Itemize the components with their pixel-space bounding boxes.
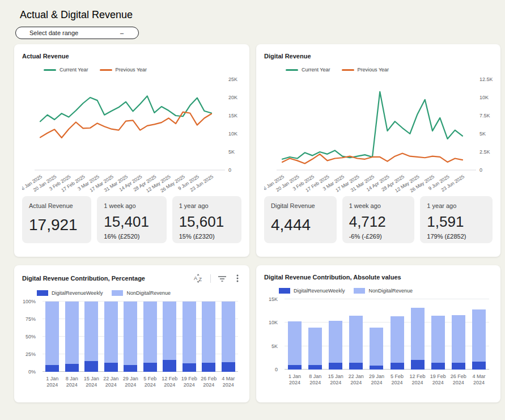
x-axis-label: 29 Jan 2024 — [121, 373, 141, 396]
y-axis-label: 12.5K — [479, 77, 493, 82]
bar-segment-NonDigitalRevenue[interactable] — [45, 302, 59, 365]
bar[interactable] — [469, 299, 489, 370]
bar-segment-NonDigitalRevenue[interactable] — [431, 316, 445, 363]
legend-item-nondigital: NonDigitalRevenue — [112, 290, 171, 296]
bar-segment-DigitalRevenueWeekly[interactable] — [472, 362, 486, 370]
bar-segment-DigitalRevenueWeekly[interactable] — [370, 366, 383, 370]
bar[interactable] — [180, 302, 200, 372]
abs-contribution-chart[interactable]: 05K10K15K1 Jan 20248 Jan 202415 Jan 2024… — [264, 298, 493, 393]
stat-value: 4,444 — [271, 216, 330, 234]
filter-icon[interactable] — [218, 274, 227, 282]
previous-year-swatch — [100, 69, 112, 71]
bar-segment-NonDigitalRevenue[interactable] — [391, 316, 404, 363]
bar[interactable] — [160, 302, 180, 372]
bar-segment-DigitalRevenueWeekly[interactable] — [349, 363, 363, 370]
bar-segment-DigitalRevenueWeekly[interactable] — [84, 361, 98, 372]
pct-contribution-chart[interactable]: 0%25%50%75%100%1 Jan 20248 Jan 202415 Ja… — [22, 300, 241, 396]
bar[interactable] — [366, 299, 387, 370]
bar[interactable] — [448, 299, 469, 370]
bar[interactable] — [82, 302, 101, 372]
page-title: Actual & Digital Revenue — [20, 9, 133, 21]
bar[interactable] — [346, 299, 366, 370]
bar-segment-DigitalRevenueWeekly[interactable] — [288, 365, 302, 370]
y-axis-label: 100% — [23, 299, 36, 304]
bar-segment-NonDigitalRevenue[interactable] — [370, 328, 383, 365]
bar-segment-NonDigitalRevenue[interactable] — [329, 321, 342, 363]
bar-segment-DigitalRevenueWeekly[interactable] — [143, 363, 157, 372]
bar-segment-NonDigitalRevenue[interactable] — [411, 308, 425, 360]
bar[interactable] — [199, 302, 219, 372]
y-axis-label: 15K — [228, 113, 237, 118]
bar[interactable] — [305, 299, 325, 370]
y-axis-label: 50% — [26, 334, 36, 340]
digital-swatch — [279, 288, 290, 294]
bar-segment-NonDigitalRevenue[interactable] — [202, 302, 215, 363]
bar-segment-DigitalRevenueWeekly[interactable] — [104, 363, 118, 372]
bar-segment-DigitalRevenueWeekly[interactable] — [65, 364, 79, 372]
bar-segment-NonDigitalRevenue[interactable] — [222, 302, 235, 362]
bar[interactable] — [43, 302, 62, 372]
toolbar-divider — [210, 274, 211, 283]
actual-revenue-chart[interactable]: 05K10K15K20K25K6 Jan 202520 Jan 20253 Fe… — [22, 74, 241, 194]
x-axis-label: 5 Feb 2024 — [141, 373, 160, 396]
bar-segment-DigitalRevenueWeekly[interactable] — [202, 363, 215, 372]
bar-segment-NonDigitalRevenue[interactable] — [308, 328, 322, 364]
bar[interactable] — [62, 302, 82, 372]
bar-segment-NonDigitalRevenue[interactable] — [104, 302, 118, 363]
bar[interactable] — [121, 302, 141, 372]
y-axis-label: 0% — [28, 369, 36, 375]
stat-digital-revenue: Digital Revenue 4,444 — [264, 196, 337, 243]
bar-segment-DigitalRevenueWeekly[interactable] — [183, 363, 196, 372]
x-axis-label: 22 Jan 2024 — [101, 373, 121, 396]
sort-az-icon[interactable]: A Z — [193, 274, 203, 283]
stat-delta: 16% (£2520) — [104, 233, 159, 240]
bar[interactable] — [141, 302, 160, 372]
x-axis-label: 8 Jan 2024 — [305, 371, 325, 393]
bar-segment-DigitalRevenueWeekly[interactable] — [431, 363, 445, 370]
bar[interactable] — [219, 302, 239, 372]
previous-year-swatch — [342, 69, 354, 71]
bar[interactable] — [408, 299, 428, 370]
y-axis-label: 10K — [479, 95, 489, 100]
bar-segment-DigitalRevenueWeekly[interactable] — [329, 363, 342, 370]
digital-revenue-chart[interactable]: 02.5K5K7.5K10K12.5K6 Jan 202520 Jan 2025… — [264, 74, 493, 194]
bar-segment-NonDigitalRevenue[interactable] — [288, 321, 302, 365]
current-year-swatch — [286, 69, 298, 71]
actual-revenue-card: Actual Revenue Current Year Previous Yea… — [14, 44, 249, 257]
digital-revenue-card: Digital Revenue Current Year Previous Ye… — [256, 44, 500, 257]
bar[interactable] — [285, 299, 305, 370]
bar-segment-DigitalRevenueWeekly[interactable] — [391, 363, 404, 370]
bar[interactable] — [325, 299, 346, 370]
stat-year-ago: 1 year ago 1,591 179% (£2852) — [420, 196, 493, 243]
bar-segment-DigitalRevenueWeekly[interactable] — [45, 365, 59, 372]
nondigital-swatch — [354, 288, 365, 294]
legend-item-previous-year: Previous Year — [342, 67, 389, 73]
bar-segment-NonDigitalRevenue[interactable] — [124, 302, 137, 365]
date-range-selector[interactable]: Select date range – — [15, 27, 139, 39]
bar-segment-NonDigitalRevenue[interactable] — [183, 302, 196, 363]
stat-year-ago: 1 year ago 15,601 15% (£2320) — [172, 196, 241, 243]
bar-segment-NonDigitalRevenue[interactable] — [65, 302, 79, 364]
bar[interactable] — [428, 299, 448, 370]
nondigital-swatch — [112, 290, 123, 296]
y-axis-label: 0 — [275, 367, 278, 372]
legend-item-digital: DigitalRevenueWeekly — [37, 290, 103, 296]
bar-segment-NonDigitalRevenue[interactable] — [452, 315, 465, 362]
bar-segment-DigitalRevenueWeekly[interactable] — [163, 360, 176, 372]
bar-segment-NonDigitalRevenue[interactable] — [163, 302, 176, 360]
stat-week-ago: 1 week ago 4,712 -6% (-£269) — [342, 196, 415, 243]
bar-segment-DigitalRevenueWeekly[interactable] — [452, 363, 465, 370]
bar-segment-DigitalRevenueWeekly[interactable] — [124, 365, 137, 372]
bar-segment-DigitalRevenueWeekly[interactable] — [222, 362, 235, 372]
kebab-menu-icon[interactable] — [234, 274, 241, 283]
bar-segment-NonDigitalRevenue[interactable] — [472, 309, 486, 362]
bar[interactable] — [387, 299, 407, 370]
bar-segment-NonDigitalRevenue[interactable] — [84, 302, 98, 361]
legend-label: DigitalRevenueWeekly — [52, 290, 103, 296]
stat-label: 1 week ago — [104, 202, 159, 209]
bar-segment-DigitalRevenueWeekly[interactable] — [308, 365, 322, 370]
bar-segment-NonDigitalRevenue[interactable] — [143, 302, 157, 363]
bar-segment-DigitalRevenueWeekly[interactable] — [411, 360, 425, 370]
bar-segment-NonDigitalRevenue[interactable] — [349, 316, 363, 363]
bar[interactable] — [101, 302, 121, 372]
